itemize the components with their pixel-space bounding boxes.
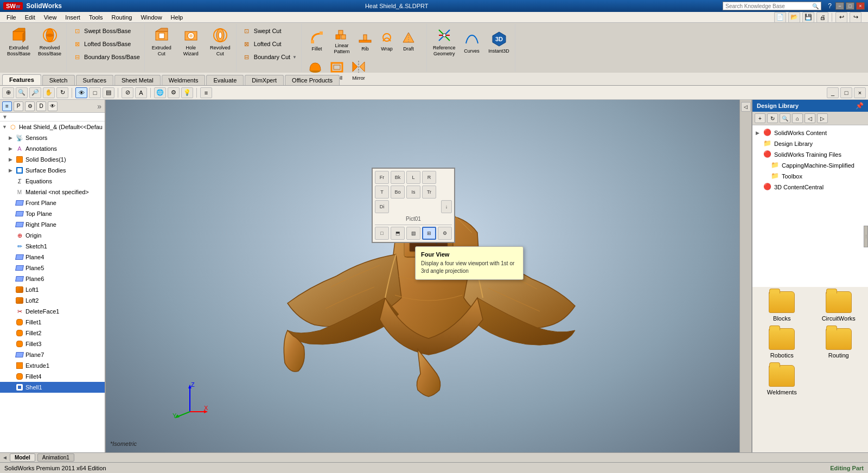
- tree-item-plane5[interactable]: Plane5: [0, 263, 105, 273]
- redo-btn[interactable]: ↪: [850, 12, 861, 23]
- menu-file[interactable]: File: [2, 13, 21, 22]
- apply-scene-btn[interactable]: 🌐: [154, 87, 166, 98]
- mirror-btn[interactable]: Mirror: [348, 57, 369, 82]
- four-view-btn[interactable]: ⊞: [422, 227, 436, 240]
- dl-folder-blocks[interactable]: Blocks: [757, 291, 807, 322]
- viewport[interactable]: Fr Bk L R T Bo Is Tr Di ↓ Pict01: [106, 100, 751, 452]
- dl-folder-robotics[interactable]: Robotics: [757, 328, 807, 359]
- menu-help[interactable]: Help: [167, 13, 188, 22]
- tree-item-origin[interactable]: ⊕ Origin: [0, 230, 105, 241]
- swept-cut-btn[interactable]: ⊡ Swept Cut: [240, 25, 299, 37]
- realview-btn[interactable]: 💡: [181, 87, 193, 98]
- hide-lines-btn[interactable]: ▤: [103, 87, 114, 98]
- view-orient-btn[interactable]: 👁: [75, 87, 87, 98]
- tree-item-loft1[interactable]: Loft1: [0, 284, 105, 295]
- dl-design-library[interactable]: 📁 Design Library: [754, 138, 867, 149]
- tree-item-fillet4[interactable]: Fillet4: [0, 371, 105, 382]
- tree-item-sketch1[interactable]: ✏ Sketch1: [0, 241, 105, 252]
- search-box[interactable]: 🔍: [723, 2, 821, 10]
- pan-btn[interactable]: ✋: [43, 87, 55, 98]
- animation1-tab[interactable]: Animation1: [37, 453, 74, 462]
- tree-item-extrude1[interactable]: Extrude1: [0, 360, 105, 371]
- rib-btn[interactable]: Rib: [355, 25, 375, 56]
- config-manager-tab[interactable]: ⚙: [25, 101, 35, 111]
- menu-edit[interactable]: Edit: [21, 13, 40, 22]
- tree-item-fillet2[interactable]: Fillet2: [0, 328, 105, 338]
- normal-to-btn[interactable]: ↓: [441, 200, 452, 213]
- tree-item-deleteface1[interactable]: ✂ DeleteFace1: [0, 306, 105, 317]
- tree-item-plane7[interactable]: Plane7: [0, 349, 105, 360]
- menu-routing[interactable]: Routing: [107, 13, 137, 22]
- dim-expert-tab[interactable]: D: [36, 101, 46, 111]
- left-view-btn[interactable]: L: [406, 171, 420, 184]
- display-manager-tab[interactable]: 👁: [48, 101, 58, 111]
- section-view-btn[interactable]: ⊘: [122, 87, 133, 98]
- back-view-btn[interactable]: Bk: [391, 171, 405, 184]
- menu-window[interactable]: Window: [136, 13, 166, 22]
- two-horiz-view-btn[interactable]: ⬒: [391, 227, 405, 240]
- right-view-btn[interactable]: R: [422, 171, 436, 184]
- tab-sheet-metal[interactable]: Sheet Metal: [114, 75, 161, 85]
- zoom-out-btn[interactable]: 🔎: [29, 87, 41, 98]
- fillet-btn[interactable]: Fillet: [305, 25, 329, 56]
- dl-folder-circuitworks[interactable]: CircuitWorks: [814, 291, 864, 322]
- dl-toolbox[interactable]: 📁 Toolbox: [754, 171, 867, 182]
- curves-btn[interactable]: Curves: [461, 25, 483, 59]
- tree-item-equations[interactable]: Σ Equations: [0, 176, 105, 187]
- dl-search-btn[interactable]: 🔍: [780, 113, 790, 123]
- revolved-boss-btn[interactable]: RevolvedBoss/Base: [35, 25, 64, 59]
- instant3d-btn[interactable]: 3D Instant3D: [486, 25, 513, 59]
- view-settings-btn[interactable]: ⚙: [168, 87, 180, 98]
- dl-add-location-btn[interactable]: +: [755, 113, 765, 123]
- undo-btn[interactable]: ↩: [835, 12, 847, 23]
- dl-forward-btn[interactable]: ▷: [817, 113, 828, 123]
- tab-dimxpert[interactable]: DimXpert: [245, 75, 284, 85]
- dl-folder-routing[interactable]: Routing: [814, 328, 864, 359]
- tree-item-front-plane[interactable]: Front Plane: [0, 197, 105, 208]
- tab-sketch[interactable]: Sketch: [42, 75, 75, 85]
- menu-view[interactable]: View: [40, 13, 61, 22]
- restore-btn[interactable]: □: [846, 2, 854, 10]
- tree-item-top-plane[interactable]: Top Plane: [0, 208, 105, 219]
- tree-item-right-plane[interactable]: Right Plane: [0, 219, 105, 230]
- viewport-restore-btn[interactable]: □: [840, 87, 852, 98]
- boundary-cut-btn[interactable]: ⊟ Boundary Cut ▼: [240, 51, 299, 63]
- tree-item-sensors[interactable]: ▶ 📡 Sensors: [0, 132, 105, 143]
- display-style-btn[interactable]: □: [89, 87, 101, 98]
- tree-root[interactable]: ▼ ⬡ Heat Shield_& (Default<<Defau: [0, 122, 105, 132]
- dropdown-arrow[interactable]: ▼: [292, 55, 297, 60]
- dl-home-btn[interactable]: ⌂: [792, 113, 803, 123]
- search-icon[interactable]: 🔍: [812, 3, 819, 9]
- scroll-left-btn[interactable]: ◄: [2, 455, 8, 461]
- dl-folder-weldments[interactable]: Weldments: [757, 365, 807, 395]
- rotate-btn[interactable]: ↻: [56, 87, 68, 98]
- wrap-btn[interactable]: Wrap: [376, 25, 397, 56]
- minimize-btn[interactable]: −: [835, 2, 844, 10]
- viewport-close-btn[interactable]: ×: [854, 87, 866, 98]
- design-library-collapse-btn[interactable]: ◁: [741, 102, 751, 112]
- tree-item-shell1[interactable]: Shell1: [0, 382, 105, 393]
- tab-weldments[interactable]: Weldments: [162, 75, 206, 85]
- dl-3d-central[interactable]: 🔴 3D ContentCentral: [754, 182, 867, 193]
- tree-item-solid-bodies[interactable]: ▶ Solid Bodies(1): [0, 154, 105, 165]
- lofted-cut-btn[interactable]: ⊠ Lofted Cut: [240, 38, 299, 50]
- print-btn[interactable]: 🖨: [816, 12, 828, 23]
- tab-office-products[interactable]: Office Products: [285, 75, 340, 85]
- tab-evaluate[interactable]: Evaluate: [206, 75, 244, 85]
- menu-insert[interactable]: Insert: [61, 13, 85, 22]
- two-vert-view-btn[interactable]: ▧: [406, 227, 420, 240]
- save-btn[interactable]: 💾: [802, 12, 814, 23]
- tree-item-surface-bodies[interactable]: ▶ Surface Bodies: [0, 165, 105, 176]
- bottom-view-btn[interactable]: Bo: [391, 186, 405, 199]
- tree-item-plane4[interactable]: Plane4: [0, 252, 105, 263]
- zoom-to-fit-btn[interactable]: ⊕: [2, 87, 14, 98]
- tree-expand-btn[interactable]: »: [96, 102, 103, 111]
- zoom-in-btn[interactable]: 🔍: [16, 87, 28, 98]
- isometric-view-btn[interactable]: Is: [406, 186, 420, 199]
- revolved-cut-btn[interactable]: RevolvedCut: [207, 25, 234, 59]
- dynamic-anno-btn[interactable]: A: [135, 87, 147, 98]
- hole-wizard-btn[interactable]: HoleWizard: [177, 25, 205, 59]
- dl-sw-training[interactable]: 🔴 SolidWorks Training Files: [754, 149, 867, 160]
- swept-boss-btn[interactable]: ⊡ Swept Boss/Base: [70, 25, 142, 37]
- design-library-pin-btn[interactable]: 📌: [856, 102, 864, 110]
